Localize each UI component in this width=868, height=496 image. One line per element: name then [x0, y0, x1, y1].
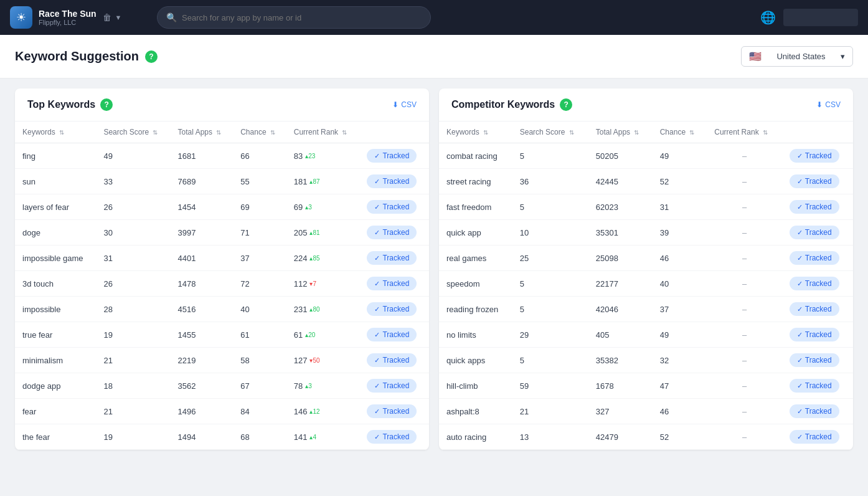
tracked-button[interactable]: ✓ Tracked	[790, 328, 839, 341]
brand-controls: 🗑 ▼	[103, 12, 122, 22]
top-keywords-csv-button[interactable]: ⬇ CSV	[392, 100, 417, 109]
search-score-cell: 5	[512, 271, 588, 297]
tracked-button[interactable]: ✓ Tracked	[367, 379, 417, 393]
tracked-cell: ✓ Tracked	[782, 399, 853, 424]
tracked-button[interactable]: ✓ Tracked	[790, 149, 839, 163]
tracked-button[interactable]: ✓ Tracked	[367, 149, 417, 163]
chance-cell: 47	[653, 373, 707, 399]
total-apps-cell: 4516	[171, 297, 234, 322]
tracked-button[interactable]: ✓ Tracked	[790, 174, 839, 188]
search-score-cell: 30	[96, 220, 170, 246]
keyword-cell: quick apps	[439, 348, 512, 373]
tracked-button[interactable]: ✓ Tracked	[790, 277, 839, 290]
total-apps-cell: 7689	[171, 169, 234, 194]
tracked-button[interactable]: ✓ Tracked	[367, 404, 417, 418]
selector-chevron-icon: ▾	[841, 52, 845, 61]
tracked-button[interactable]: ✓ Tracked	[790, 353, 839, 367]
tracked-button[interactable]: ✓ Tracked	[790, 379, 839, 393]
chance-cell: 66	[233, 143, 286, 169]
keyword-cell: fast freedom	[439, 194, 512, 220]
tracked-button[interactable]: ✓ Tracked	[790, 226, 839, 239]
competitor-keywords-csv-button[interactable]: ⬇ CSV	[816, 100, 841, 109]
competitor-keywords-header: Competitor Keywords ? ⬇ CSV	[439, 88, 853, 122]
tracked-button[interactable]: ✓ Tracked	[367, 226, 417, 239]
current-rank-cell: 61 ▴20	[286, 322, 360, 348]
check-icon: ✓	[797, 280, 803, 288]
tracked-button[interactable]: ✓ Tracked	[367, 200, 417, 214]
competitor-keywords-title: Competitor Keywords	[451, 99, 555, 110]
tracked-button[interactable]: ✓ Tracked	[367, 251, 417, 265]
table-row: reading frozen 5 42046 37 – ✓ Tracked	[439, 297, 853, 322]
sort-icon[interactable]: ⇅	[634, 129, 639, 136]
keyword-cell: fing	[15, 143, 96, 169]
tracked-button[interactable]: ✓ Tracked	[367, 174, 417, 188]
total-apps-cell: 4401	[171, 246, 234, 271]
tracked-button[interactable]: ✓ Tracked	[367, 430, 417, 444]
sort-icon[interactable]: ⇅	[483, 129, 488, 136]
top-keywords-title: Top Keywords	[27, 99, 95, 110]
search-bar[interactable]: 🔍	[157, 6, 431, 29]
keyword-cell: sun	[15, 169, 96, 194]
search-input[interactable]	[182, 13, 422, 22]
keyword-cell: the fear	[15, 424, 96, 450]
current-rank-cell: 146 ▴12	[286, 399, 360, 424]
check-icon: ✓	[374, 382, 380, 390]
table-row: real games 25 25098 46 – ✓ Tracked	[439, 246, 853, 271]
help-badge[interactable]: ?	[145, 50, 158, 63]
check-icon: ✓	[374, 254, 380, 262]
country-selector[interactable]: 🇺🇸 United States ▾	[741, 46, 853, 67]
table-row: true fear 19 1455 61 61 ▴20 ✓ Tracked	[15, 322, 429, 348]
search-score-cell: 36	[512, 169, 588, 194]
sort-icon[interactable]: ⇅	[342, 129, 347, 136]
check-icon: ✓	[374, 356, 380, 365]
tracked-button[interactable]: ✓ Tracked	[367, 328, 417, 341]
chance-cell: 39	[653, 220, 707, 246]
trash-icon[interactable]: 🗑	[103, 12, 111, 22]
tracked-button[interactable]: ✓ Tracked	[790, 251, 839, 265]
sort-icon[interactable]: ⇅	[59, 129, 64, 136]
total-apps-cell: 1494	[171, 424, 234, 450]
keyword-cell: street racing	[439, 169, 512, 194]
tracked-cell: ✓ Tracked	[359, 194, 429, 220]
tracked-button[interactable]: ✓ Tracked	[790, 200, 839, 214]
chance-cell: 67	[233, 373, 286, 399]
total-apps-cell: 1455	[171, 322, 234, 348]
tracked-cell: ✓ Tracked	[359, 143, 429, 169]
globe-icon[interactable]: 🌐	[760, 10, 776, 25]
chance-cell: 52	[653, 169, 707, 194]
total-apps-cell: 3562	[171, 373, 234, 399]
current-rank-cell: –	[707, 220, 782, 246]
search-score-cell: 26	[96, 194, 170, 220]
check-icon: ✓	[797, 305, 803, 313]
total-apps-cell: 62023	[588, 194, 653, 220]
sort-icon[interactable]: ⇅	[689, 129, 694, 136]
search-score-cell: 19	[96, 322, 170, 348]
col-keywords: Keywords ⇅	[15, 122, 96, 143]
tracked-button[interactable]: ✓ Tracked	[367, 353, 417, 367]
check-icon: ✓	[797, 203, 803, 211]
check-icon: ✓	[374, 229, 380, 237]
table-row: fast freedom 5 62023 31 – ✓ Tracked	[439, 194, 853, 220]
table-row: street racing 36 42445 52 – ✓ Tracked	[439, 169, 853, 194]
top-keywords-help-badge[interactable]: ?	[100, 98, 113, 111]
sort-icon[interactable]: ⇅	[763, 129, 768, 136]
competitor-keywords-help-badge[interactable]: ?	[560, 98, 572, 111]
search-score-cell: 33	[96, 169, 170, 194]
tracked-button[interactable]: ✓ Tracked	[790, 404, 839, 418]
keyword-cell: minimalism	[15, 348, 96, 373]
sort-icon[interactable]: ⇅	[153, 129, 158, 136]
sort-icon[interactable]: ⇅	[569, 129, 574, 136]
current-rank-cell: –	[707, 424, 782, 450]
tracked-button[interactable]: ✓ Tracked	[367, 277, 417, 290]
tracked-button[interactable]: ✓ Tracked	[790, 302, 839, 316]
chevron-down-icon[interactable]: ▼	[115, 14, 122, 21]
sort-icon[interactable]: ⇅	[270, 129, 275, 136]
tracked-cell: ✓ Tracked	[782, 246, 853, 271]
tracked-button[interactable]: ✓ Tracked	[790, 430, 839, 444]
keyword-cell: true fear	[15, 322, 96, 348]
sort-icon[interactable]: ⇅	[216, 129, 221, 136]
app-brand: ☀ Race The Sun Flippfly, LLC 🗑 ▼	[10, 6, 147, 29]
tracked-button[interactable]: ✓ Tracked	[367, 302, 417, 316]
current-rank-cell: 78 ▴3	[286, 373, 360, 399]
search-score-cell: 21	[512, 399, 588, 424]
